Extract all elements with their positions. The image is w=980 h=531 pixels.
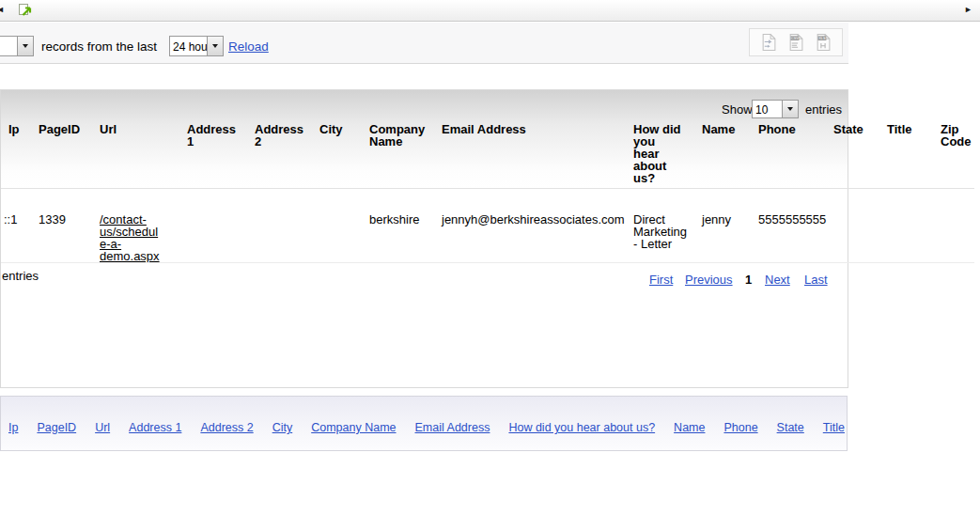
scroll-right-icon[interactable]: ► [964, 3, 972, 16]
footer-link-name[interactable]: Name [674, 421, 705, 434]
entries-info: entries [2, 269, 39, 283]
period-select[interactable]: 24 hours [169, 36, 224, 56]
pagination-first-link[interactable]: First [649, 273, 673, 287]
column-header-url: Url [100, 123, 175, 135]
footer-link-pageid[interactable]: PageID [37, 421, 76, 434]
top-toolbar-strip: ◄ ► [0, 0, 980, 22]
column-links-bar: Ip PageID Url Address 1 Address 2 City C… [0, 396, 848, 451]
footer-link-title[interactable]: Title [823, 421, 845, 434]
column-header-company: Company Name [369, 123, 428, 148]
footer-link-how-heard[interactable]: How did you hear about us? [508, 421, 655, 434]
column-header-ip: Ip [8, 123, 20, 135]
column-header-state: State [833, 123, 863, 135]
export-xls-icon[interactable]: XLS [816, 34, 831, 51]
page-size-select[interactable]: 10 [752, 100, 799, 118]
cell-company: berkshire [369, 213, 419, 226]
cell-name: jenny [702, 213, 731, 226]
footer-link-company[interactable]: Company Name [311, 421, 396, 434]
svg-text:XLS: XLS [818, 36, 826, 40]
column-header-address2: Address 2 [255, 123, 300, 148]
filter-toolbar: records from the last 24 hours Reload [0, 23, 848, 64]
column-header-phone: Phone [758, 123, 796, 135]
cell-phone: 5555555555 [758, 213, 826, 226]
cell-email: jennyh@berkshireassociates.com [442, 213, 625, 226]
cell-ip: ::1 [4, 213, 17, 226]
footer-link-address1[interactable]: Address 1 [129, 421, 181, 434]
chevron-down-icon[interactable] [207, 37, 223, 55]
column-header-title: Title [887, 123, 912, 135]
column-header-how-heard: How did you hear about us? [633, 123, 684, 184]
export-buttons-group: CSV XLS [749, 28, 843, 56]
footer-link-url[interactable]: Url [95, 421, 110, 434]
column-header-city: City [319, 123, 343, 135]
records-grid-panel: Show 10 entries Ip PageID Url Address 1 … [0, 89, 848, 388]
column-header-name: Name [702, 123, 735, 135]
footer-link-state[interactable]: State [777, 421, 804, 434]
footer-link-phone[interactable]: Phone [723, 421, 757, 434]
record-count-select[interactable] [0, 36, 34, 56]
column-header-address1: Address 1 [187, 123, 232, 148]
reload-link[interactable]: Reload [228, 39, 269, 54]
footer-link-ip[interactable]: Ip [8, 421, 18, 434]
pagination-next-link[interactable]: Next [765, 273, 790, 287]
record-count-select-value [0, 37, 17, 55]
footer-link-email[interactable]: Email Address [415, 421, 490, 434]
pagination-previous-link[interactable]: Previous [685, 273, 733, 287]
footer-link-address2[interactable]: Address 2 [200, 421, 253, 434]
header-divider [1, 188, 974, 189]
row-divider [1, 262, 974, 263]
entries-label: entries [805, 102, 842, 117]
pagination-current-page: 1 [745, 273, 752, 287]
cell-pageid: 1339 [39, 213, 66, 226]
column-links-row: Ip PageID Url Address 1 Address 2 City C… [8, 421, 845, 434]
export-csv-icon[interactable]: CSV [788, 34, 803, 51]
show-label: Show [722, 102, 753, 117]
pagination-last-link[interactable]: Last [804, 273, 828, 287]
page-size-value: 10 [753, 101, 782, 117]
cell-how-heard: Direct Marketing - Letter [633, 213, 693, 250]
cell-url-link[interactable]: /contact-us/schedule-a-demo.aspx [100, 213, 163, 262]
chevron-down-icon[interactable] [17, 37, 33, 55]
period-select-value: 24 hours [170, 37, 207, 55]
column-header-zipcode: Zip Code [941, 123, 976, 148]
scroll-left-icon[interactable]: ◄ [0, 3, 5, 16]
records-from-label: records from the last [41, 39, 157, 54]
screen: ◄ ► records from the last 24 hours Reloa… [0, 0, 980, 531]
export-selected-icon[interactable] [761, 34, 776, 51]
chevron-down-icon[interactable] [782, 101, 798, 117]
open-new-window-icon[interactable] [18, 3, 33, 18]
footer-link-city[interactable]: City [272, 421, 293, 434]
column-header-pageid: PageID [39, 123, 80, 135]
column-header-email: Email Address [442, 123, 526, 135]
svg-text:CSV: CSV [791, 36, 800, 40]
